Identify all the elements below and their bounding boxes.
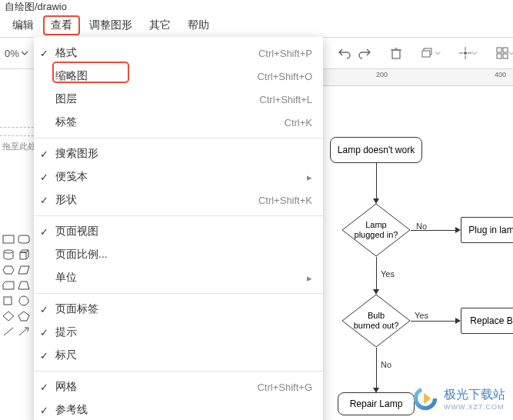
shape-trapezoid[interactable]: [17, 278, 31, 292]
node-plug-in[interactable]: Plug in lam: [461, 217, 513, 243]
zoom-label: 0%: [5, 48, 19, 59]
dd-scratchpad[interactable]: ✓便笺本▸: [34, 165, 323, 188]
zoom-select[interactable]: 0%: [5, 48, 28, 59]
menu-adjust-shapes[interactable]: 调整图形: [82, 15, 140, 35]
menu-help[interactable]: 帮助: [180, 15, 217, 35]
shape-rect[interactable]: [2, 232, 15, 246]
canvas[interactable]: Lamp doesn't work Lamp plugged in? No Pl…: [322, 86, 513, 420]
dd-format[interactable]: ✓格式Ctrl+Shift+P: [34, 42, 323, 65]
shape-circle[interactable]: [17, 294, 31, 308]
watermark-icon: [411, 385, 439, 412]
svg-rect-4: [497, 48, 501, 52]
dd-ruler[interactable]: ✓标尺: [34, 344, 323, 367]
shape-card[interactable]: [2, 278, 15, 292]
dd-guides[interactable]: ✓参考线: [34, 398, 323, 420]
menu-view[interactable]: 查看: [43, 15, 80, 35]
dd-layers[interactable]: 图层Ctrl+Shift+L: [34, 88, 323, 111]
menu-other[interactable]: 其它: [142, 15, 178, 35]
shape-arrow[interactable]: [17, 325, 31, 338]
node-start[interactable]: Lamp doesn't work: [330, 137, 422, 163]
dd-page-view[interactable]: ✓页面视图: [34, 220, 323, 243]
app-title: 自绘图/drawio: [0, 0, 513, 14]
menubar: 编辑 查看 调整图形 其它 帮助: [0, 14, 513, 37]
shapes-palette: [0, 231, 35, 340]
watermark: 极光下载站 WWW.XZ7.COM: [411, 385, 505, 412]
svg-rect-14: [4, 297, 12, 305]
label-yes: Yes: [381, 269, 395, 278]
svg-rect-2: [422, 51, 430, 57]
dd-grid[interactable]: ✓网格Ctrl+Shift+G: [34, 375, 323, 398]
delete-icon[interactable]: [390, 42, 402, 64]
layers-icon[interactable]: [421, 42, 441, 64]
svg-point-15: [19, 296, 28, 305]
view-dropdown: ✓格式Ctrl+Shift+P 缩略图Ctrl+Shift+O 图层Ctrl+S…: [34, 37, 323, 420]
node-decision-bulb[interactable]: Bulb burned out?: [341, 294, 411, 348]
shape-hexagon[interactable]: [2, 263, 15, 277]
drag-hint: 拖至此处: [2, 141, 36, 152]
grid-icon[interactable]: [496, 42, 513, 64]
dd-search-shapes[interactable]: ✓搜索图形: [34, 142, 323, 165]
label-yes2: Yes: [415, 311, 428, 320]
dd-page-tabs[interactable]: ✓页面标签: [34, 298, 323, 321]
dd-tooltips[interactable]: ✓提示: [34, 321, 323, 344]
shape-diamond[interactable]: [2, 309, 15, 323]
dd-shapes[interactable]: ✓形状Ctrl+Shift+K: [34, 188, 323, 212]
dd-units[interactable]: 单位▸: [34, 266, 323, 289]
dd-tags[interactable]: 标签Ctrl+K: [34, 111, 323, 134]
undo-icon[interactable]: [338, 42, 351, 64]
shape-square[interactable]: [2, 294, 15, 308]
shape-parallelogram[interactable]: [17, 263, 31, 277]
svg-rect-11: [3, 235, 14, 243]
svg-rect-5: [503, 48, 508, 52]
node-decision-plugged[interactable]: Lamp plugged in?: [341, 203, 411, 257]
horizontal-ruler: 200 400: [322, 69, 513, 86]
shape-line[interactable]: [2, 325, 15, 338]
svg-rect-12: [18, 235, 29, 243]
svg-line-16: [4, 328, 13, 335]
svg-rect-6: [497, 54, 501, 58]
redo-icon[interactable]: [358, 42, 371, 64]
svg-point-3: [464, 52, 467, 55]
shape-cube[interactable]: [17, 248, 31, 262]
svg-rect-0: [392, 50, 400, 58]
waypoint-icon[interactable]: [459, 42, 478, 64]
shape-pentagon[interactable]: [17, 309, 31, 323]
svg-point-13: [4, 250, 13, 253]
label-no2: No: [381, 360, 391, 369]
node-replace-bulb[interactable]: Replace B: [461, 308, 513, 334]
svg-line-17: [19, 328, 27, 335]
shape-cylinder[interactable]: [2, 248, 15, 262]
shape-roundrect[interactable]: [17, 232, 31, 246]
svg-rect-7: [503, 54, 508, 58]
dd-page-scale[interactable]: 页面比例...: [34, 243, 323, 266]
node-repair[interactable]: Repair Lamp: [338, 392, 415, 415]
dd-outline[interactable]: 缩略图Ctrl+Shift+O: [34, 65, 323, 88]
menu-edit[interactable]: 编辑: [5, 15, 42, 35]
